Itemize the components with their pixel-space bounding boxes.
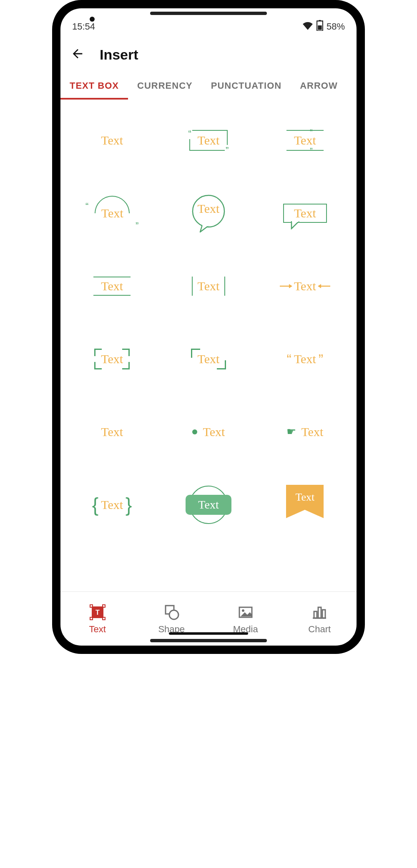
tab-punctuation[interactable]: PUNCTUATION [202, 73, 291, 100]
style-label: Text [101, 133, 123, 147]
pointer-hand-icon: ☛ [286, 425, 296, 438]
tab-currency[interactable]: CURRENCY [128, 73, 202, 100]
style-brackets-corners[interactable]: Text [64, 322, 160, 395]
camera-icon [90, 17, 95, 22]
nav-shape[interactable]: Shape [135, 592, 209, 646]
svg-rect-8 [103, 605, 105, 607]
screen: 15:54 58% Insert TEXT BOX CURRENCY PUNCT… [60, 8, 357, 646]
svg-rect-9 [90, 617, 93, 620]
style-label: Text [203, 425, 225, 439]
quote-close-icon: ” [319, 352, 323, 366]
tab-text-box[interactable]: TEXT BOX [60, 73, 128, 100]
brace-close-icon: } [126, 495, 132, 514]
svg-rect-10 [103, 617, 105, 620]
style-pill-circle[interactable]: Text [160, 468, 256, 541]
nav-chart[interactable]: Chart [283, 592, 357, 646]
category-tabs: TEXT BOX CURRENCY PUNCTUATION ARROW [60, 73, 357, 100]
style-label: Text [294, 206, 316, 220]
style-label: Text [294, 279, 316, 293]
style-label: Text [198, 279, 220, 293]
corner-br-icon [217, 360, 226, 369]
quote-close-icon: ” [136, 220, 138, 231]
style-label: Text [198, 202, 220, 216]
brace-open-icon: { [92, 495, 98, 514]
pill-label: Text [186, 495, 231, 515]
quote-close-icon: ” [225, 145, 229, 156]
svg-rect-18 [318, 607, 321, 618]
speech-tail-icon [291, 221, 301, 229]
style-label: Text [101, 352, 123, 366]
arrow-left-icon [280, 283, 292, 289]
quote-open-icon: “ [310, 127, 313, 137]
style-ribbon[interactable]: Text [257, 468, 353, 541]
status-battery-pct: 58% [327, 21, 345, 32]
style-bullet[interactable]: Text [160, 395, 256, 468]
status-time: 15:54 [72, 21, 95, 32]
corner-bl-icon [94, 362, 102, 369]
back-icon[interactable] [70, 47, 85, 63]
style-label: Text [101, 279, 123, 293]
svg-rect-17 [314, 611, 317, 618]
style-rect-quotes[interactable]: “ Text ” [160, 104, 256, 177]
style-speech-rect[interactable]: Text [257, 177, 353, 249]
style-label: Text [301, 425, 323, 439]
corner-tr-icon [122, 349, 130, 356]
style-label: Text [294, 352, 316, 366]
corner-br-icon [122, 362, 130, 369]
svg-rect-7 [90, 605, 93, 607]
style-plain-2[interactable]: Text [64, 395, 160, 468]
svg-rect-19 [322, 610, 325, 618]
device-frame: 15:54 58% Insert TEXT BOX CURRENCY PUNCT… [52, 0, 365, 654]
text-nav-icon: T [89, 603, 106, 621]
svg-text:T: T [95, 609, 100, 616]
quote-close-icon: ” [310, 146, 313, 156]
style-corners-tl-br[interactable]: Text [160, 322, 256, 395]
nav-media[interactable]: Media [208, 592, 283, 646]
style-label: Text [101, 206, 123, 220]
style-double-quotes[interactable]: “ Text ” [257, 322, 353, 395]
style-label: Text [101, 498, 123, 512]
bottom-nav: T Text Shape Media Chart [60, 591, 357, 646]
style-label: Text [294, 133, 316, 147]
quote-open-icon: “ [287, 352, 291, 366]
textbox-grid: Text “ Text ” “ Text ” [60, 100, 357, 591]
style-side-rules[interactable]: Text [160, 249, 256, 322]
style-arrow-rules[interactable]: Text [257, 249, 353, 322]
corner-tl-icon [94, 349, 102, 356]
style-curly-braces[interactable]: { Text } [64, 468, 160, 541]
tab-arrow[interactable]: ARROW [291, 73, 347, 100]
style-hand-pointer[interactable]: ☛ Text [257, 395, 353, 468]
page-title: Insert [100, 47, 138, 63]
titlebar: Insert [60, 37, 357, 73]
media-nav-icon [237, 603, 254, 621]
style-top-bottom-rule[interactable]: Text [64, 249, 160, 322]
svg-point-13 [169, 610, 178, 619]
home-indicator-icon [169, 632, 248, 635]
style-speech-circle[interactable]: Text [160, 177, 256, 249]
speaker-icon [150, 639, 267, 642]
nav-label: Chart [308, 624, 331, 635]
nav-label: Text [89, 624, 106, 635]
style-rules-quotes[interactable]: “ Text ” [257, 104, 353, 177]
corner-tl-icon [191, 349, 200, 358]
style-label: Text [101, 425, 123, 439]
speaker-icon [150, 12, 267, 15]
quote-open-icon: “ [85, 201, 88, 212]
style-label: Text [198, 133, 220, 147]
style-label: Text [295, 491, 314, 504]
svg-rect-2 [318, 25, 322, 30]
style-plain[interactable]: Text [64, 104, 160, 177]
style-circle-quotes[interactable]: Text “ ” [64, 177, 160, 249]
arrow-right-icon [318, 283, 330, 289]
style-label: Text [198, 352, 220, 366]
chart-nav-icon [311, 603, 328, 621]
battery-icon [317, 20, 323, 33]
nav-text[interactable]: T Text [60, 592, 135, 646]
shape-nav-icon [163, 603, 180, 621]
wifi-icon [302, 21, 313, 32]
bullet-icon [192, 429, 197, 434]
svg-point-15 [242, 609, 244, 612]
quote-open-icon: “ [188, 128, 192, 139]
